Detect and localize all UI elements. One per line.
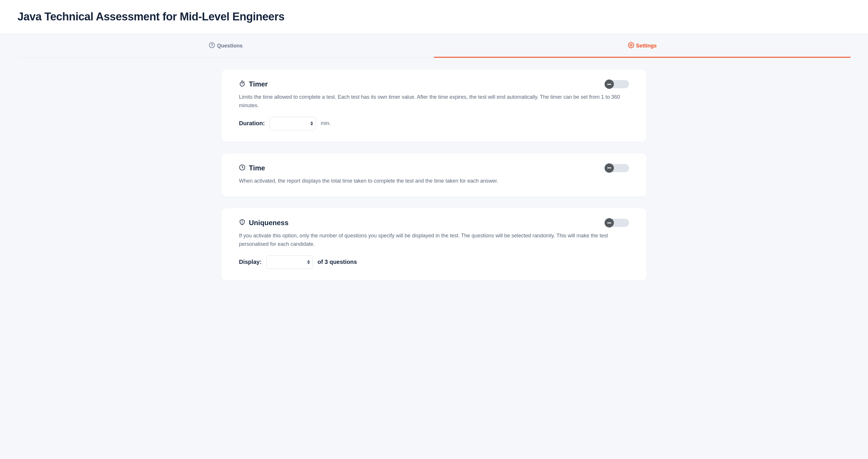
timer-card-header: Timer bbox=[239, 80, 629, 88]
time-card: Time When activated, the report displays… bbox=[221, 153, 647, 197]
shield-icon bbox=[239, 219, 245, 227]
time-title: Time bbox=[249, 164, 265, 172]
stopwatch-icon bbox=[239, 80, 245, 88]
duration-label: Duration: bbox=[239, 120, 265, 127]
timer-card: Timer Limits the time allowed to complet… bbox=[221, 69, 647, 142]
time-title-wrap: Time bbox=[239, 164, 265, 172]
duration-input-wrap bbox=[270, 117, 316, 130]
time-toggle[interactable] bbox=[604, 164, 629, 172]
clock-icon bbox=[239, 164, 245, 172]
display-after-text: of 3 questions bbox=[317, 259, 357, 265]
gear-icon bbox=[628, 42, 634, 50]
timer-title: Timer bbox=[249, 80, 268, 88]
tab-questions[interactable]: Questions bbox=[18, 34, 434, 58]
svg-point-1 bbox=[212, 46, 212, 47]
display-input[interactable] bbox=[266, 255, 313, 269]
page-header: Java Technical Assessment for Mid-Level … bbox=[0, 0, 868, 34]
uniqueness-display-row: Display: of 3 questions bbox=[239, 255, 629, 269]
uniqueness-desc: If you activate this option, only the nu… bbox=[239, 232, 629, 249]
time-card-header: Time bbox=[239, 164, 629, 172]
tab-questions-label: Questions bbox=[217, 43, 243, 49]
tab-settings-label: Settings bbox=[636, 43, 657, 49]
toggle-knob bbox=[604, 80, 614, 89]
timer-duration-row: Duration: min. bbox=[239, 117, 629, 130]
uniqueness-card: Uniqueness If you activate this option, … bbox=[221, 208, 647, 281]
time-desc: When activated, the report displays the … bbox=[239, 177, 629, 185]
tab-settings[interactable]: Settings bbox=[434, 34, 850, 58]
uniqueness-card-header: Uniqueness bbox=[239, 219, 629, 227]
display-input-wrap bbox=[266, 255, 313, 269]
uniqueness-title-wrap: Uniqueness bbox=[239, 219, 288, 227]
duration-input[interactable] bbox=[270, 117, 316, 130]
timer-desc: Limits the time allowed to complete a te… bbox=[239, 93, 629, 110]
uniqueness-toggle[interactable] bbox=[604, 219, 629, 227]
svg-point-2 bbox=[630, 44, 632, 46]
uniqueness-title: Uniqueness bbox=[249, 219, 288, 227]
timer-toggle[interactable] bbox=[604, 80, 629, 88]
settings-cards: Timer Limits the time allowed to complet… bbox=[221, 69, 647, 298]
toggle-knob bbox=[604, 163, 614, 173]
help-circle-icon bbox=[209, 42, 215, 50]
page-title: Java Technical Assessment for Mid-Level … bbox=[18, 10, 850, 23]
toggle-knob bbox=[604, 218, 614, 227]
tabs: Questions Settings bbox=[18, 34, 850, 58]
duration-unit: min. bbox=[321, 120, 331, 126]
content: Questions Settings Timer L bbox=[0, 34, 868, 298]
display-label: Display: bbox=[239, 259, 262, 265]
timer-title-wrap: Timer bbox=[239, 80, 268, 88]
